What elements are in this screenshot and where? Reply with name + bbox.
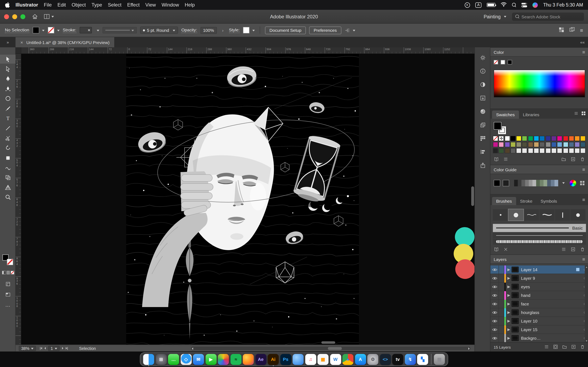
- swatch-color[interactable]: [557, 142, 562, 147]
- layer-row-backgro-[interactable]: ▶Backgro…○: [490, 334, 588, 342]
- swatch-color[interactable]: [563, 142, 568, 147]
- document-tab[interactable]: × Untitled-1.ai* @ 38% (CMYK/GPU Preview…: [16, 37, 115, 47]
- opacity-input[interactable]: 100%: [200, 27, 217, 34]
- share-panel-icon[interactable]: [475, 160, 490, 170]
- menu-file[interactable]: File: [44, 2, 52, 8]
- ruler-origin-corner[interactable]: [16, 47, 21, 54]
- dock-finder[interactable]: [143, 354, 154, 365]
- swatch-color[interactable]: [528, 136, 533, 141]
- swatch-color[interactable]: [545, 136, 551, 141]
- screen-record-icon[interactable]: ▸: [465, 2, 470, 8]
- layer-visibility-icon[interactable]: [490, 328, 499, 331]
- swatch-color[interactable]: [540, 136, 545, 141]
- dock-firefox[interactable]: [243, 354, 254, 365]
- color-variations[interactable]: [514, 180, 558, 186]
- dock-spotify[interactable]: ≈: [230, 354, 241, 365]
- gradient-panel-icon[interactable]: [475, 106, 490, 117]
- menu-select[interactable]: Select: [108, 2, 121, 8]
- layer-name[interactable]: Layer 9: [521, 276, 581, 280]
- dock-shortcuts[interactable]: ↯: [405, 354, 416, 365]
- vertical-scrollbar[interactable]: [471, 186, 474, 206]
- dock-messages[interactable]: …: [168, 354, 179, 365]
- layer-expand-icon[interactable]: ▶: [506, 276, 512, 280]
- swatches-fill-stroke-indicator[interactable]: [494, 122, 506, 134]
- last-artboard-button[interactable]: [66, 347, 68, 350]
- home-button[interactable]: [32, 13, 38, 20]
- swatch-color[interactable]: [575, 142, 580, 147]
- menu-object[interactable]: Object: [72, 2, 86, 8]
- layer-visibility-icon[interactable]: [490, 319, 499, 323]
- swatch-stack-panel-icon[interactable]: [475, 119, 490, 130]
- align-panel-icon[interactable]: [475, 146, 490, 157]
- swatch-color[interactable]: [534, 142, 539, 147]
- graphic-style-select[interactable]: [243, 27, 255, 33]
- swatch-pattern[interactable]: [504, 148, 510, 153]
- swatch-color[interactable]: [551, 148, 557, 153]
- document-viewport[interactable]: [21, 54, 475, 345]
- document-setup-button[interactable]: Document Setup: [265, 26, 306, 34]
- base-color-swatch[interactable]: [494, 180, 500, 186]
- variable-width-profile[interactable]: [103, 27, 137, 33]
- fill-color-picker[interactable]: [33, 27, 44, 33]
- dock-photoshop[interactable]: Ps: [280, 354, 291, 365]
- secondary-color-swatch[interactable]: [503, 180, 509, 186]
- brush-dot-small[interactable]: [493, 209, 508, 221]
- next-artboard-button[interactable]: [62, 347, 63, 350]
- swatch-pattern[interactable]: [499, 148, 504, 153]
- brush-thin-line-row[interactable]: [493, 233, 586, 238]
- layer-row-layer-15[interactable]: ▶Layer 15○: [490, 325, 588, 334]
- stroke-weight-stepper[interactable]: [80, 27, 92, 33]
- swatch-color[interactable]: [510, 136, 516, 141]
- swatch-color[interactable]: [545, 148, 551, 153]
- dock-facetime[interactable]: ▶: [205, 354, 216, 365]
- brush-wave-medium[interactable]: [539, 209, 554, 221]
- artboard-tool[interactable]: [0, 173, 16, 182]
- color-mode-buttons[interactable]: [2, 271, 14, 274]
- layer-row-layer-14[interactable]: ▶Layer 14○: [490, 266, 588, 274]
- black-color-chip[interactable]: [508, 60, 512, 64]
- control-bar-menu-icon[interactable]: ≡: [580, 27, 583, 33]
- curvature-tool[interactable]: [0, 84, 16, 93]
- previous-artboard-button[interactable]: [44, 347, 46, 350]
- layer-name[interactable]: hand: [521, 293, 581, 298]
- stroke-panel-link[interactable]: Stroke:: [63, 27, 76, 33]
- swatch-color[interactable]: [534, 136, 539, 141]
- toolbar-expander-icon[interactable]: »: [0, 40, 16, 44]
- color-wheel-panel-icon[interactable]: [475, 79, 490, 90]
- dock-keynote-app[interactable]: ▚: [417, 354, 428, 365]
- active-app-name[interactable]: Illustrator: [16, 2, 38, 8]
- draw-mode-icon[interactable]: [0, 281, 16, 287]
- layer-visibility-icon[interactable]: [490, 268, 499, 271]
- brush-basic-row[interactable]: Basic: [493, 224, 586, 232]
- layer-lock-cell[interactable]: [499, 282, 504, 291]
- layer-lock-cell[interactable]: [499, 265, 504, 274]
- swatch-color[interactable]: [563, 136, 568, 141]
- swatch-color[interactable]: [580, 148, 586, 153]
- color-spectrum-picker[interactable]: [494, 70, 585, 98]
- dock-after-effects[interactable]: Ae: [255, 354, 266, 365]
- layer-expand-icon[interactable]: ▶: [506, 285, 512, 289]
- workspace-switcher[interactable]: Painting: [484, 14, 506, 19]
- arrange-documents-button[interactable]: [44, 13, 54, 20]
- swatch-none[interactable]: [493, 136, 498, 141]
- delete-layer-icon[interactable]: [580, 344, 585, 350]
- brush-dot-medium[interactable]: [571, 209, 586, 221]
- layer-expand-icon[interactable]: ▶: [506, 293, 512, 297]
- properties-panel-icon[interactable]: [475, 52, 490, 63]
- rotate-tool[interactable]: [0, 143, 16, 152]
- layer-row-layer-10[interactable]: ▶Layer 10○: [490, 317, 588, 325]
- paintbrush-tool[interactable]: [0, 104, 16, 113]
- perspective-grid-tool[interactable]: [0, 183, 16, 192]
- status-scroll-strip[interactable]: [191, 347, 470, 350]
- artboard-number-select[interactable]: 1: [48, 346, 60, 351]
- layer-expand-icon[interactable]: ▶: [506, 327, 512, 332]
- layer-visibility-icon[interactable]: [490, 336, 499, 340]
- edit-colors-wheel-icon[interactable]: [570, 180, 576, 186]
- layer-row-hourglass[interactable]: ▶hourglass○: [490, 308, 588, 317]
- delete-swatch-icon[interactable]: [580, 157, 585, 163]
- make-mask-icon[interactable]: [553, 344, 558, 350]
- swatch-color[interactable]: [575, 148, 580, 153]
- zoom-window-button[interactable]: [20, 14, 25, 19]
- layer-lock-cell[interactable]: [499, 334, 504, 342]
- arrange-grid-icon[interactable]: [559, 27, 564, 33]
